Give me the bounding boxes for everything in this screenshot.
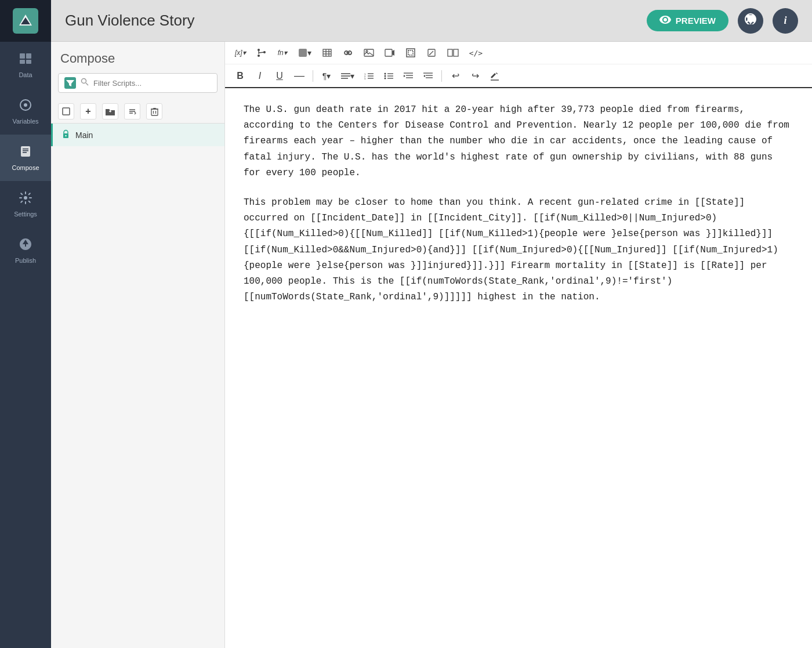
- sidebar-item-compose[interactable]: Compose: [0, 135, 51, 181]
- svg-point-25: [65, 135, 66, 136]
- draw-button[interactable]: [423, 47, 440, 59]
- add-script-button[interactable]: +: [80, 103, 96, 120]
- align-button[interactable]: ▾: [338, 70, 357, 82]
- svg-point-36: [366, 50, 368, 52]
- sidebar-item-data[interactable]: Data: [0, 42, 51, 88]
- svg-rect-3: [26, 60, 31, 64]
- compose-icon: [19, 144, 32, 162]
- svg-line-42: [429, 54, 430, 55]
- compose-panel-title: Compose: [51, 42, 224, 73]
- compose-search-bar[interactable]: [58, 73, 217, 93]
- palette-icon: [744, 13, 757, 28]
- script-list: Main: [51, 124, 224, 648]
- filter-button[interactable]: ▾: [295, 46, 314, 59]
- svg-rect-13: [63, 108, 70, 115]
- filter-icon[interactable]: [64, 77, 76, 89]
- editor-area: [x]▾ fn▾ ▾: [225, 42, 812, 648]
- filter-scripts-input[interactable]: [93, 79, 211, 88]
- page-title: Gun Violence Story: [65, 12, 637, 30]
- sidebar-settings-label: Settings: [14, 211, 37, 218]
- svg-rect-29: [299, 49, 307, 57]
- svg-line-12: [86, 83, 88, 85]
- app-logo: [0, 0, 51, 42]
- editor-toolbar-row1: [x]▾ fn▾ ▾: [225, 42, 812, 64]
- editor-toolbar-row2: B I U — ¶▾ ▾: [225, 64, 812, 88]
- redo-button[interactable]: ↪: [467, 68, 483, 83]
- content-paragraph-1: The U.S. gun death rate in 2017 hit a 20…: [244, 102, 793, 181]
- tb-sep1: [313, 70, 313, 82]
- svg-rect-0: [20, 53, 25, 59]
- unordered-list-button[interactable]: [380, 70, 397, 82]
- svg-rect-8: [23, 150, 28, 151]
- svg-rect-19: [151, 109, 158, 115]
- data-icon: [19, 52, 32, 69]
- variable-insert-button[interactable]: [x]▾: [232, 47, 249, 59]
- indent-button[interactable]: [400, 70, 416, 82]
- preview-button[interactable]: PREVIEW: [647, 10, 728, 31]
- branch-button[interactable]: [253, 46, 270, 59]
- svg-rect-39: [408, 50, 413, 55]
- image-button[interactable]: [361, 47, 377, 59]
- script-name-main: Main: [75, 131, 93, 140]
- variables-icon: [19, 98, 32, 115]
- function-button[interactable]: fn▾: [274, 47, 291, 59]
- sidebar: Data Variables Compose: [0, 0, 51, 648]
- svg-point-10: [24, 196, 27, 200]
- editor-content[interactable]: The U.S. gun death rate in 2017 hit a 20…: [225, 88, 812, 648]
- tb-sep2: [441, 70, 442, 82]
- script-item-main[interactable]: Main: [51, 124, 224, 146]
- bold-button[interactable]: B: [232, 69, 248, 83]
- content-paragraph-2: This problem may be closer to home than …: [244, 195, 793, 305]
- svg-point-55: [385, 75, 386, 77]
- svg-rect-2: [20, 60, 25, 64]
- svg-rect-44: [454, 49, 458, 56]
- svg-point-11: [82, 79, 86, 84]
- svg-rect-21: [153, 108, 156, 109]
- info-icon: i: [784, 15, 786, 27]
- svg-rect-1: [26, 53, 31, 59]
- settings-icon: [19, 191, 32, 208]
- search-magnify-icon: [81, 78, 89, 88]
- palette-button[interactable]: [738, 8, 763, 34]
- svg-rect-43: [448, 49, 452, 56]
- clear-format-button[interactable]: [487, 70, 503, 82]
- frame-button[interactable]: [403, 46, 419, 59]
- preview-label: PREVIEW: [676, 16, 716, 26]
- video-button[interactable]: [382, 47, 398, 59]
- svg-rect-7: [23, 149, 28, 150]
- svg-rect-6: [21, 146, 30, 157]
- sidebar-item-publish[interactable]: Publish: [0, 227, 51, 274]
- compose-toolbar: +: [51, 100, 224, 124]
- svg-rect-9: [23, 152, 27, 153]
- svg-point-27: [258, 55, 260, 57]
- code-button[interactable]: </>: [466, 47, 485, 59]
- sidebar-item-settings[interactable]: Settings: [0, 181, 51, 227]
- undo-button[interactable]: ↩: [447, 68, 463, 83]
- italic-button[interactable]: I: [252, 69, 268, 83]
- table-button[interactable]: [319, 47, 335, 59]
- compose-panel: Compose: [51, 42, 225, 648]
- info-button[interactable]: i: [773, 8, 798, 34]
- outdent-button[interactable]: [420, 70, 436, 82]
- ordered-list-button[interactable]: 1. 2. 3.: [361, 70, 377, 82]
- underline-button[interactable]: U: [271, 69, 288, 83]
- metrics-button[interactable]: [444, 47, 462, 59]
- strikethrough-button[interactable]: —: [291, 68, 307, 84]
- svg-rect-30: [323, 49, 331, 56]
- delete-button[interactable]: [146, 103, 162, 120]
- svg-point-5: [24, 103, 27, 107]
- main-area: Gun Violence Story PREVIEW i Compose: [51, 0, 812, 648]
- sidebar-item-variables[interactable]: Variables: [0, 88, 51, 135]
- link-button[interactable]: [340, 48, 356, 58]
- sidebar-data-label: Data: [19, 71, 32, 78]
- add-folder-button[interactable]: [102, 103, 118, 120]
- paragraph-button[interactable]: ¶▾: [318, 70, 335, 82]
- preview-eye-icon: [659, 16, 671, 26]
- select-all-button[interactable]: [58, 103, 74, 120]
- svg-rect-15: [110, 110, 111, 112]
- sidebar-compose-label: Compose: [12, 164, 39, 171]
- svg-text:3.: 3.: [364, 77, 366, 80]
- publish-icon: [19, 237, 32, 255]
- top-header: Gun Violence Story PREVIEW i: [51, 0, 812, 42]
- sort-button[interactable]: [124, 103, 140, 120]
